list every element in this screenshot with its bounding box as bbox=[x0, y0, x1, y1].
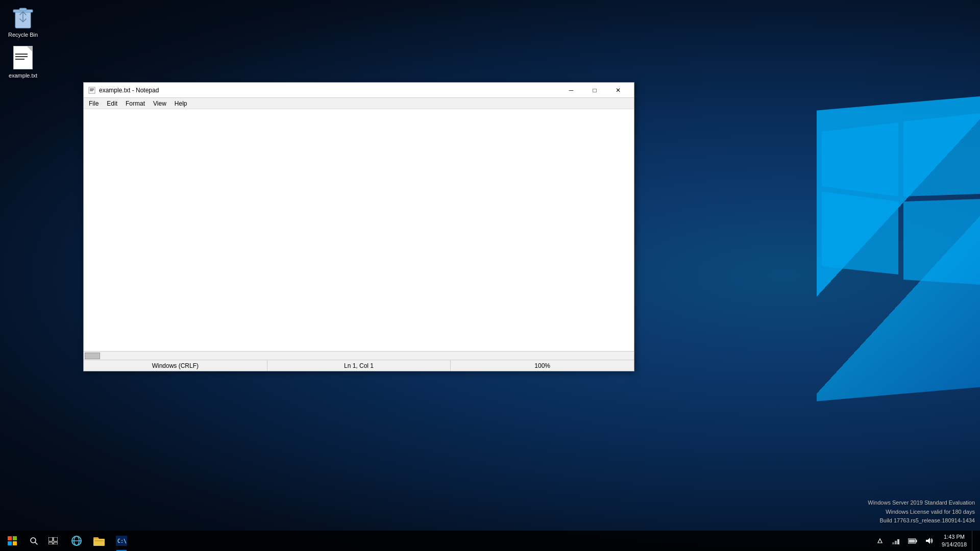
taskbar-task-view-button[interactable] bbox=[43, 531, 63, 551]
taskbar-apps: C:\ bbox=[65, 531, 133, 551]
recycle-bin-label: Recycle Bin bbox=[8, 31, 38, 38]
svg-rect-20 bbox=[54, 542, 58, 544]
svg-marker-36 bbox=[926, 538, 930, 544]
svg-line-16 bbox=[35, 542, 37, 544]
notepad-statusbar: Windows (CRLF) Ln 1, Col 1 100% bbox=[84, 360, 634, 371]
svg-marker-28 bbox=[878, 539, 882, 543]
svg-rect-35 bbox=[909, 540, 915, 543]
svg-marker-3 bbox=[903, 199, 980, 285]
recycle-bin-icon[interactable]: Recycle Bin bbox=[3, 3, 43, 40]
svg-rect-17 bbox=[48, 537, 53, 541]
titlebar-controls: ─ □ ✕ bbox=[559, 83, 630, 98]
system-info-line1: Windows Server 2019 Standard Evaluation bbox=[868, 498, 975, 508]
svg-rect-29 bbox=[892, 542, 894, 544]
status-line-ending: Windows (CRLF) bbox=[84, 360, 267, 371]
system-info-line2: Windows License valid for 180 days bbox=[868, 508, 975, 517]
svg-rect-25 bbox=[94, 540, 104, 541]
svg-marker-0 bbox=[822, 122, 898, 196]
svg-marker-1 bbox=[903, 113, 980, 196]
menu-help[interactable]: Help bbox=[170, 98, 191, 109]
start-button[interactable] bbox=[0, 531, 24, 551]
svg-rect-19 bbox=[48, 542, 53, 544]
notepad-window: example.txt - Notepad ─ □ ✕ File Edit Fo… bbox=[83, 82, 634, 371]
svg-rect-6 bbox=[19, 8, 27, 11]
taskbar-app-terminal[interactable]: C:\ bbox=[110, 531, 133, 551]
minimize-button[interactable]: ─ bbox=[559, 83, 583, 98]
example-txt-label: example.txt bbox=[9, 72, 37, 79]
svg-rect-31 bbox=[897, 539, 899, 544]
status-position: Ln 1, Col 1 bbox=[267, 360, 451, 371]
taskbar-search-button[interactable] bbox=[24, 531, 43, 551]
notepad-menubar: File Edit Format View Help bbox=[84, 98, 634, 109]
svg-rect-13 bbox=[8, 541, 12, 545]
status-zoom: 100% bbox=[451, 360, 634, 371]
notepad-hscroll[interactable] bbox=[84, 351, 634, 360]
desktop: Recycle Bin example.txt bbox=[0, 0, 980, 551]
taskbar-app-explorer[interactable] bbox=[88, 531, 110, 551]
svg-rect-14 bbox=[13, 541, 17, 545]
tray-show-desktop[interactable] bbox=[972, 531, 976, 551]
recycle-bin-image bbox=[11, 5, 35, 29]
notepad-titlebar[interactable]: example.txt - Notepad ─ □ ✕ bbox=[84, 83, 634, 98]
system-info: Windows Server 2019 Standard Evaluation … bbox=[868, 498, 975, 525]
tray-expand-button[interactable] bbox=[872, 531, 888, 551]
taskbar: C:\ bbox=[0, 531, 980, 551]
hscroll-thumb[interactable] bbox=[85, 353, 100, 359]
system-info-line3: Build 17763.rs5_release.180914-1434 bbox=[868, 516, 975, 525]
svg-text:C:\: C:\ bbox=[117, 538, 127, 544]
tray-network-icon[interactable] bbox=[889, 531, 904, 551]
tray-clock[interactable]: 1:43 PM 9/14/2018 bbox=[938, 531, 971, 551]
maximize-button[interactable]: □ bbox=[583, 83, 606, 98]
menu-view[interactable]: View bbox=[149, 98, 170, 109]
svg-rect-11 bbox=[8, 536, 12, 540]
svg-rect-12 bbox=[13, 536, 17, 540]
taskbar-tray: 1:43 PM 9/14/2018 bbox=[872, 531, 980, 551]
tray-volume-icon[interactable] bbox=[921, 531, 937, 551]
tray-time: 1:43 PM bbox=[944, 533, 965, 541]
svg-rect-7 bbox=[89, 87, 95, 93]
svg-rect-34 bbox=[916, 540, 917, 542]
txt-file-image bbox=[11, 45, 35, 70]
menu-file[interactable]: File bbox=[85, 98, 103, 109]
tray-date: 9/14/2018 bbox=[942, 541, 967, 548]
menu-format[interactable]: Format bbox=[121, 98, 149, 109]
svg-marker-2 bbox=[822, 191, 898, 274]
svg-rect-24 bbox=[93, 539, 105, 546]
notepad-title-icon bbox=[88, 86, 96, 94]
example-txt-icon[interactable]: example.txt bbox=[3, 43, 43, 81]
notepad-textarea[interactable] bbox=[84, 109, 634, 351]
close-button[interactable]: ✕ bbox=[606, 83, 630, 98]
menu-edit[interactable]: Edit bbox=[103, 98, 121, 109]
notepad-title: example.txt - Notepad bbox=[99, 87, 559, 94]
svg-rect-30 bbox=[895, 541, 897, 544]
windows-logo-bg bbox=[776, 0, 980, 531]
tray-battery-icon[interactable] bbox=[905, 531, 920, 551]
notepad-content-area[interactable] bbox=[84, 109, 634, 351]
svg-rect-18 bbox=[54, 537, 58, 541]
taskbar-app-ie[interactable] bbox=[65, 531, 88, 551]
